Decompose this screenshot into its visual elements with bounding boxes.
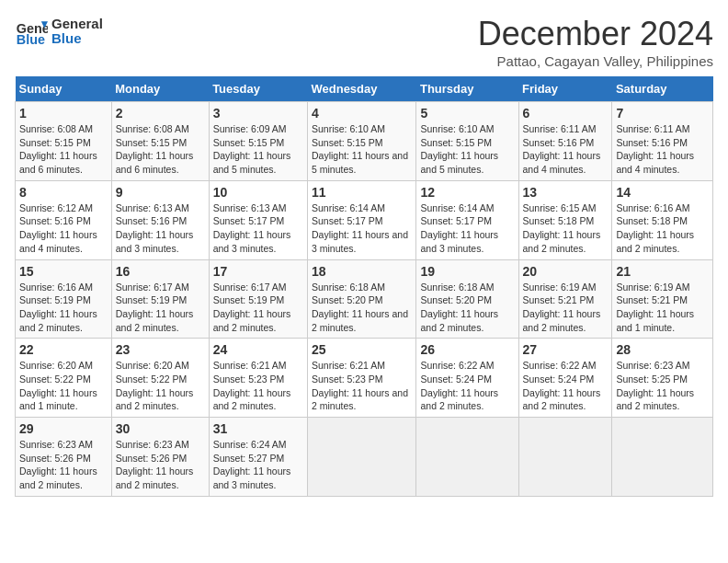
- day-number: 14: [616, 185, 709, 200]
- calendar-cell: 16 Sunrise: 6:17 AM Sunset: 5:19 PM Dayl…: [111, 259, 209, 339]
- day-number: 22: [19, 342, 108, 357]
- calendar-cell: 30 Sunrise: 6:23 AM Sunset: 5:26 PM Dayl…: [111, 418, 209, 497]
- day-number: 31: [213, 421, 303, 436]
- day-info: Sunrise: 6:21 AM Sunset: 5:23 PM Dayligh…: [213, 359, 303, 413]
- day-number: 26: [420, 342, 514, 357]
- calendar-cell: 20 Sunrise: 6:19 AM Sunset: 5:21 PM Dayl…: [518, 259, 612, 339]
- day-number: 16: [116, 264, 205, 279]
- col-saturday: Saturday: [612, 76, 713, 102]
- day-number: 20: [523, 264, 609, 279]
- day-number: 4: [312, 106, 412, 121]
- day-number: 24: [213, 342, 303, 357]
- day-info: Sunrise: 6:23 AM Sunset: 5:25 PM Dayligh…: [616, 359, 709, 413]
- day-info: Sunrise: 6:19 AM Sunset: 5:21 PM Dayligh…: [616, 281, 709, 335]
- day-info: Sunrise: 6:13 AM Sunset: 5:16 PM Dayligh…: [116, 201, 205, 256]
- day-info: Sunrise: 6:15 AM Sunset: 5:18 PM Dayligh…: [523, 201, 609, 256]
- day-info: Sunrise: 6:08 AM Sunset: 5:15 PM Dayligh…: [19, 122, 108, 177]
- calendar-cell: 10 Sunrise: 6:13 AM Sunset: 5:17 PM Dayl…: [209, 180, 307, 259]
- day-number: 21: [616, 264, 709, 279]
- day-number: 2: [116, 106, 205, 121]
- day-info: Sunrise: 6:10 AM Sunset: 5:15 PM Dayligh…: [312, 122, 412, 177]
- calendar-cell: 19 Sunrise: 6:18 AM Sunset: 5:20 PM Dayl…: [416, 259, 518, 339]
- calendar-cell: 13 Sunrise: 6:15 AM Sunset: 5:18 PM Dayl…: [518, 180, 612, 259]
- main-title: December 2024: [478, 15, 713, 53]
- day-number: 17: [213, 264, 303, 279]
- day-info: Sunrise: 6:20 AM Sunset: 5:22 PM Dayligh…: [19, 359, 108, 413]
- col-friday: Friday: [518, 76, 612, 102]
- calendar-cell: [612, 418, 713, 497]
- calendar-cell: 3 Sunrise: 6:09 AM Sunset: 5:15 PM Dayli…: [209, 102, 307, 181]
- calendar-cell: 18 Sunrise: 6:18 AM Sunset: 5:20 PM Dayl…: [307, 259, 415, 339]
- day-info: Sunrise: 6:14 AM Sunset: 5:17 PM Dayligh…: [420, 201, 514, 256]
- day-info: Sunrise: 6:19 AM Sunset: 5:21 PM Dayligh…: [523, 281, 609, 335]
- calendar-cell: 15 Sunrise: 6:16 AM Sunset: 5:19 PM Dayl…: [16, 259, 112, 339]
- calendar-cell: 23 Sunrise: 6:20 AM Sunset: 5:22 PM Dayl…: [111, 339, 209, 418]
- calendar-cell: 11 Sunrise: 6:14 AM Sunset: 5:17 PM Dayl…: [307, 180, 415, 259]
- calendar-cell: 2 Sunrise: 6:08 AM Sunset: 5:15 PM Dayli…: [111, 102, 209, 181]
- day-info: Sunrise: 6:10 AM Sunset: 5:15 PM Dayligh…: [420, 122, 514, 177]
- day-number: 3: [213, 106, 303, 121]
- calendar-cell: 22 Sunrise: 6:20 AM Sunset: 5:22 PM Dayl…: [16, 339, 112, 418]
- header: General Blue General Blue December 2024 …: [15, 15, 713, 69]
- calendar-cell: 6 Sunrise: 6:11 AM Sunset: 5:16 PM Dayli…: [518, 102, 612, 181]
- col-wednesday: Wednesday: [307, 76, 415, 102]
- day-info: Sunrise: 6:23 AM Sunset: 5:26 PM Dayligh…: [19, 438, 108, 492]
- calendar-cell: [518, 418, 612, 497]
- day-number: 6: [523, 106, 609, 121]
- day-number: 10: [213, 185, 303, 200]
- calendar-table: Sunday Monday Tuesday Wednesday Thursday…: [15, 76, 713, 497]
- calendar-cell: 29 Sunrise: 6:23 AM Sunset: 5:26 PM Dayl…: [16, 418, 112, 497]
- calendar-cell: 9 Sunrise: 6:13 AM Sunset: 5:16 PM Dayli…: [111, 180, 209, 259]
- svg-text:Blue: Blue: [17, 32, 45, 47]
- calendar-cell: [307, 418, 415, 497]
- calendar-cell: [416, 418, 518, 497]
- day-number: 12: [420, 185, 514, 200]
- day-info: Sunrise: 6:24 AM Sunset: 5:27 PM Dayligh…: [213, 438, 303, 492]
- week-row-4: 22 Sunrise: 6:20 AM Sunset: 5:22 PM Dayl…: [16, 339, 713, 418]
- calendar-cell: 27 Sunrise: 6:22 AM Sunset: 5:24 PM Dayl…: [518, 339, 612, 418]
- calendar-cell: 4 Sunrise: 6:10 AM Sunset: 5:15 PM Dayli…: [307, 102, 415, 181]
- day-number: 29: [19, 421, 108, 436]
- day-info: Sunrise: 6:16 AM Sunset: 5:18 PM Dayligh…: [616, 201, 709, 256]
- day-info: Sunrise: 6:20 AM Sunset: 5:22 PM Dayligh…: [116, 359, 205, 413]
- day-number: 8: [19, 185, 108, 200]
- day-number: 18: [312, 264, 412, 279]
- calendar-cell: 5 Sunrise: 6:10 AM Sunset: 5:15 PM Dayli…: [416, 102, 518, 181]
- day-info: Sunrise: 6:12 AM Sunset: 5:16 PM Dayligh…: [19, 201, 108, 256]
- calendar-cell: 14 Sunrise: 6:16 AM Sunset: 5:18 PM Dayl…: [612, 180, 713, 259]
- day-info: Sunrise: 6:23 AM Sunset: 5:26 PM Dayligh…: [116, 438, 205, 492]
- day-number: 15: [19, 264, 108, 279]
- week-row-5: 29 Sunrise: 6:23 AM Sunset: 5:26 PM Dayl…: [16, 418, 713, 497]
- day-info: Sunrise: 6:13 AM Sunset: 5:17 PM Dayligh…: [213, 201, 303, 256]
- day-number: 28: [616, 342, 709, 357]
- col-tuesday: Tuesday: [209, 76, 307, 102]
- day-info: Sunrise: 6:21 AM Sunset: 5:23 PM Dayligh…: [312, 359, 412, 413]
- logo-line2: Blue: [51, 31, 103, 47]
- week-row-3: 15 Sunrise: 6:16 AM Sunset: 5:19 PM Dayl…: [16, 259, 713, 339]
- day-number: 25: [312, 342, 412, 357]
- calendar-cell: 24 Sunrise: 6:21 AM Sunset: 5:23 PM Dayl…: [209, 339, 307, 418]
- day-info: Sunrise: 6:11 AM Sunset: 5:16 PM Dayligh…: [616, 122, 709, 177]
- col-thursday: Thursday: [416, 76, 518, 102]
- calendar-cell: 8 Sunrise: 6:12 AM Sunset: 5:16 PM Dayli…: [16, 180, 112, 259]
- day-number: 11: [312, 185, 412, 200]
- day-info: Sunrise: 6:08 AM Sunset: 5:15 PM Dayligh…: [116, 122, 205, 177]
- subtitle: Pattao, Cagayan Valley, Philippines: [478, 53, 713, 69]
- day-info: Sunrise: 6:09 AM Sunset: 5:15 PM Dayligh…: [213, 122, 303, 177]
- day-number: 27: [523, 342, 609, 357]
- calendar-cell: 28 Sunrise: 6:23 AM Sunset: 5:25 PM Dayl…: [612, 339, 713, 418]
- calendar-cell: 26 Sunrise: 6:22 AM Sunset: 5:24 PM Dayl…: [416, 339, 518, 418]
- calendar-cell: 12 Sunrise: 6:14 AM Sunset: 5:17 PM Dayl…: [416, 180, 518, 259]
- day-number: 19: [420, 264, 514, 279]
- day-info: Sunrise: 6:17 AM Sunset: 5:19 PM Dayligh…: [116, 281, 205, 335]
- logo: General Blue General Blue: [15, 15, 103, 48]
- day-number: 13: [523, 185, 609, 200]
- week-row-1: 1 Sunrise: 6:08 AM Sunset: 5:15 PM Dayli…: [16, 102, 713, 181]
- day-number: 7: [616, 106, 709, 121]
- day-number: 23: [116, 342, 205, 357]
- day-info: Sunrise: 6:18 AM Sunset: 5:20 PM Dayligh…: [420, 281, 514, 335]
- day-info: Sunrise: 6:14 AM Sunset: 5:17 PM Dayligh…: [312, 201, 412, 256]
- calendar-cell: 25 Sunrise: 6:21 AM Sunset: 5:23 PM Dayl…: [307, 339, 415, 418]
- day-number: 9: [116, 185, 205, 200]
- day-info: Sunrise: 6:18 AM Sunset: 5:20 PM Dayligh…: [312, 281, 412, 335]
